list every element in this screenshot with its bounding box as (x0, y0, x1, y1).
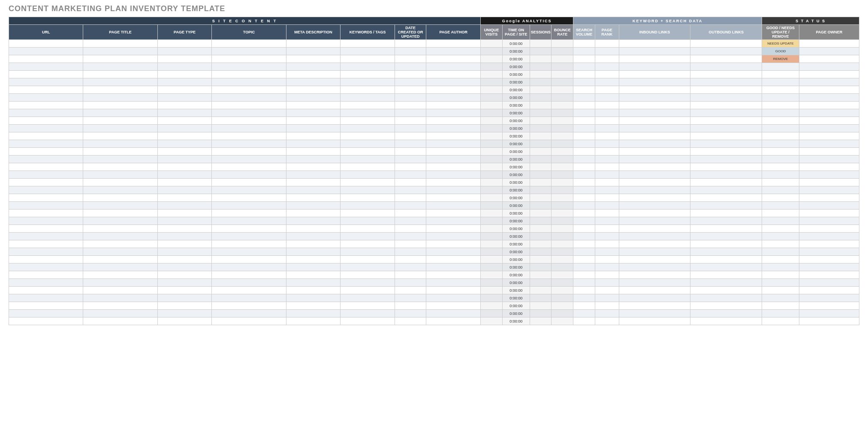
cell[interactable] (395, 163, 426, 171)
cell[interactable] (595, 279, 619, 287)
cell-time-on-page[interactable]: 0:00:00 (502, 86, 530, 94)
cell[interactable] (395, 217, 426, 225)
cell[interactable] (595, 94, 619, 102)
cell[interactable] (573, 132, 595, 140)
cell[interactable] (395, 86, 426, 94)
cell-page-owner[interactable] (799, 233, 859, 240)
cell[interactable] (286, 271, 341, 279)
cell[interactable] (690, 132, 762, 140)
cell-unique-visits[interactable] (481, 179, 503, 186)
cell[interactable] (83, 40, 157, 48)
cell-unique-visits[interactable] (481, 256, 503, 263)
cell[interactable] (341, 102, 395, 109)
cell[interactable] (157, 302, 212, 310)
cell-page-owner[interactable] (799, 202, 859, 210)
cell[interactable] (573, 179, 595, 186)
cell-bounce-rate[interactable] (552, 125, 573, 132)
cell[interactable] (426, 171, 481, 179)
cell-bounce-rate[interactable] (552, 63, 573, 71)
cell-sessions[interactable] (530, 210, 552, 217)
cell[interactable] (341, 109, 395, 117)
cell-bounce-rate[interactable] (552, 279, 573, 287)
cell[interactable] (595, 271, 619, 279)
cell[interactable] (341, 225, 395, 233)
cell[interactable] (157, 55, 212, 63)
cell[interactable] (341, 40, 395, 48)
cell-page-owner[interactable] (799, 109, 859, 117)
cell-bounce-rate[interactable] (552, 40, 573, 48)
cell[interactable] (395, 186, 426, 194)
cell[interactable] (157, 310, 212, 317)
cell-status[interactable] (762, 109, 799, 117)
cell-page-owner[interactable] (799, 310, 859, 317)
cell[interactable] (395, 148, 426, 156)
cell[interactable] (83, 48, 157, 55)
cell[interactable] (595, 179, 619, 186)
cell-page-owner[interactable] (799, 287, 859, 294)
cell[interactable] (286, 78, 341, 86)
cell[interactable] (690, 109, 762, 117)
cell[interactable] (619, 202, 690, 210)
cell[interactable] (9, 55, 83, 63)
cell[interactable] (426, 156, 481, 163)
cell[interactable] (690, 179, 762, 186)
cell[interactable] (212, 186, 286, 194)
cell[interactable] (573, 279, 595, 287)
cell[interactable] (157, 163, 212, 171)
cell[interactable] (286, 125, 341, 132)
cell-bounce-rate[interactable] (552, 233, 573, 240)
cell-status[interactable] (762, 179, 799, 186)
cell[interactable] (573, 125, 595, 132)
cell[interactable] (83, 202, 157, 210)
cell[interactable] (573, 78, 595, 86)
cell[interactable] (9, 102, 83, 109)
cell[interactable] (341, 317, 395, 325)
cell-sessions[interactable] (530, 94, 552, 102)
cell-status[interactable] (762, 102, 799, 109)
cell[interactable] (619, 148, 690, 156)
cell-unique-visits[interactable] (481, 217, 503, 225)
cell[interactable] (157, 240, 212, 248)
cell-sessions[interactable] (530, 71, 552, 78)
cell[interactable] (286, 71, 341, 78)
cell[interactable] (286, 102, 341, 109)
cell[interactable] (619, 48, 690, 55)
cell[interactable] (426, 263, 481, 271)
cell[interactable] (157, 217, 212, 225)
cell-status[interactable] (762, 248, 799, 256)
cell[interactable] (595, 210, 619, 217)
cell[interactable] (619, 256, 690, 263)
cell[interactable] (595, 40, 619, 48)
cell[interactable] (619, 171, 690, 179)
cell[interactable] (83, 63, 157, 71)
cell[interactable] (690, 86, 762, 94)
cell[interactable] (426, 71, 481, 78)
cell-status[interactable]: NEEDS UPDATE (762, 40, 799, 48)
cell-page-owner[interactable] (799, 217, 859, 225)
cell[interactable] (212, 94, 286, 102)
cell[interactable] (426, 287, 481, 294)
cell[interactable] (395, 78, 426, 86)
cell[interactable] (341, 140, 395, 148)
cell[interactable] (426, 132, 481, 140)
cell-bounce-rate[interactable] (552, 186, 573, 194)
cell[interactable] (157, 256, 212, 263)
cell-time-on-page[interactable]: 0:00:00 (502, 202, 530, 210)
cell-bounce-rate[interactable] (552, 194, 573, 202)
cell-sessions[interactable] (530, 294, 552, 302)
cell-bounce-rate[interactable] (552, 48, 573, 55)
cell[interactable] (595, 132, 619, 140)
cell[interactable] (573, 271, 595, 279)
cell[interactable] (212, 86, 286, 94)
cell[interactable] (83, 194, 157, 202)
cell[interactable] (426, 248, 481, 256)
cell[interactable] (286, 225, 341, 233)
cell[interactable] (619, 194, 690, 202)
cell-page-owner[interactable] (799, 294, 859, 302)
cell-unique-visits[interactable] (481, 302, 503, 310)
cell[interactable] (286, 217, 341, 225)
cell[interactable] (286, 40, 341, 48)
cell-bounce-rate[interactable] (552, 225, 573, 233)
cell-bounce-rate[interactable] (552, 78, 573, 86)
cell-bounce-rate[interactable] (552, 117, 573, 125)
